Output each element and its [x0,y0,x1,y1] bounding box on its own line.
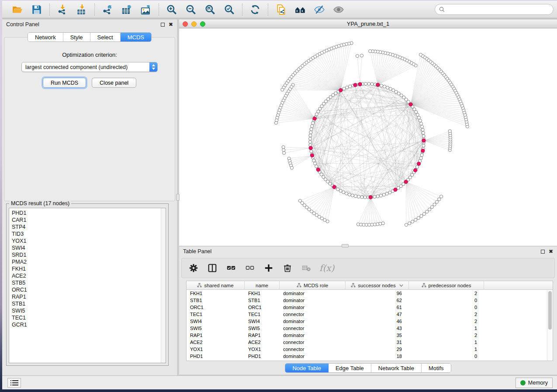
graph-node[interactable] [310,150,313,153]
list-item[interactable]: PHD1 [12,210,161,217]
list-item[interactable]: FKH1 [12,265,161,272]
graph-node[interactable] [364,82,367,85]
tab-motifs[interactable]: Motifs [422,364,451,372]
graph-node[interactable] [274,121,277,124]
graph-node[interactable] [419,122,422,125]
graph-node[interactable] [281,88,284,91]
table-settings-button[interactable] [188,262,199,274]
mcds-hub-node[interactable] [316,168,320,172]
graph-node[interactable] [282,145,285,148]
refresh-view-button[interactable] [248,3,263,16]
node-table[interactable]: shared name name MCDS role successor nod… [186,281,553,361]
column-header-predecessor-nodes[interactable]: predecessor nodes [409,281,484,289]
graph-node[interactable] [419,53,422,56]
column-header-successor-nodes[interactable]: successor nodes [346,281,409,289]
duplicate-network-button[interactable] [273,3,288,16]
close-panel-button[interactable]: Close panel [92,78,136,88]
table-row[interactable]: ACE2ACE2connector311 [187,339,553,346]
list-item[interactable]: STB1 [12,300,161,307]
close-panel-icon[interactable]: ✖ [549,250,553,254]
list-item[interactable]: SWI5 [12,307,161,314]
graph-node[interactable] [414,218,417,221]
mcds-hub-node[interactable] [421,149,425,152]
graph-node[interactable] [348,193,351,196]
open-session-button[interactable] [10,3,25,16]
graph-node[interactable] [385,192,388,195]
graph-node[interactable] [420,125,423,128]
graph-node[interactable] [308,137,311,140]
tab-network-table[interactable]: Network Table [371,364,422,372]
graph-node[interactable] [381,222,384,225]
graph-node[interactable] [369,50,372,53]
graph-node[interactable] [346,86,349,89]
zoom-fit-content-button[interactable] [203,3,218,16]
tab-style[interactable]: Style [63,33,90,41]
graph-node[interactable] [379,194,382,197]
graph-node[interactable] [422,212,426,215]
column-header-name[interactable]: name [245,281,280,289]
list-item[interactable]: TID3 [12,230,161,237]
graph-node[interactable] [343,87,346,90]
graph-node[interactable] [312,159,315,162]
graph-node[interactable] [345,192,348,195]
tab-network[interactable]: Network [28,33,63,41]
network-canvas[interactable] [179,28,557,245]
graph-node[interactable] [356,55,359,58]
graph-node[interactable] [311,124,314,127]
graph-node[interactable] [421,128,424,131]
graph-node[interactable] [282,148,285,151]
select-all-rows-button[interactable] [225,262,237,274]
table-row[interactable]: STB1STB1dominator620 [187,297,553,304]
graph-node[interactable] [357,195,360,198]
graph-node[interactable] [326,220,329,223]
mcds-hub-node[interactable] [394,188,397,191]
mcds-hub-node[interactable] [414,168,417,172]
list-item[interactable]: PMA2 [12,258,161,265]
mcds-hub-node[interactable] [417,162,420,165]
graph-node[interactable] [420,154,423,157]
graph-node[interactable] [354,195,357,198]
function-builder-button[interactable]: f(x) [319,263,334,273]
list-item[interactable]: SWI4 [12,244,161,251]
export-network-button[interactable] [100,3,115,16]
list-item[interactable]: GCR1 [12,321,161,328]
graph-node[interactable] [342,191,345,194]
tab-mcds[interactable]: MCDS [121,33,151,41]
mcds-hub-node[interactable] [313,117,316,120]
graph-node[interactable] [290,166,293,169]
graph-node[interactable] [309,131,312,134]
graph-node[interactable] [349,85,352,88]
table-row[interactable]: SWI5SWI5connector431 [187,325,553,332]
mcds-hub-node[interactable] [422,139,426,142]
mcds-hub-node[interactable] [358,83,362,86]
import-network-button[interactable] [55,3,70,16]
mcds-hub-node[interactable] [376,83,380,86]
graph-node[interactable] [310,127,313,131]
graph-node[interactable] [435,200,438,203]
table-scrollbar-thumb[interactable] [548,291,552,330]
list-scrollbar[interactable] [161,208,166,363]
close-panel-icon[interactable]: ✖ [169,23,173,27]
table-row[interactable]: ORC1ORC1dominator610 [187,304,553,311]
table-row[interactable]: TEC1TEC1connector472 [187,311,553,318]
graph-node[interactable] [405,223,408,226]
graph-node[interactable] [419,119,422,122]
list-item[interactable]: STB5 [12,279,161,286]
list-item[interactable]: CAR1 [12,217,161,224]
list-item[interactable]: YOX1 [12,237,161,244]
search-input[interactable] [447,7,549,13]
zoom-out-button[interactable] [183,3,198,16]
mcds-hub-node[interactable] [339,89,343,92]
graph-node[interactable] [311,121,315,124]
graph-node[interactable] [411,220,414,223]
graph-node[interactable] [417,217,420,220]
float-panel-icon[interactable] [541,250,545,254]
table-row[interactable]: PHD1PHD1dominator180 [187,353,553,360]
mcds-hub-node[interactable] [404,180,408,183]
graph-node[interactable] [389,87,392,90]
horizontal-splitter-handle[interactable] [342,244,349,248]
list-item[interactable]: STP4 [12,224,161,230]
graph-node[interactable] [373,195,376,198]
mcds-result-list[interactable]: PHD1CAR1STP4TID3YOX1SWI4SRD1PMA2FKH1ACE2… [9,208,166,363]
mcds-hub-node[interactable] [409,103,412,106]
